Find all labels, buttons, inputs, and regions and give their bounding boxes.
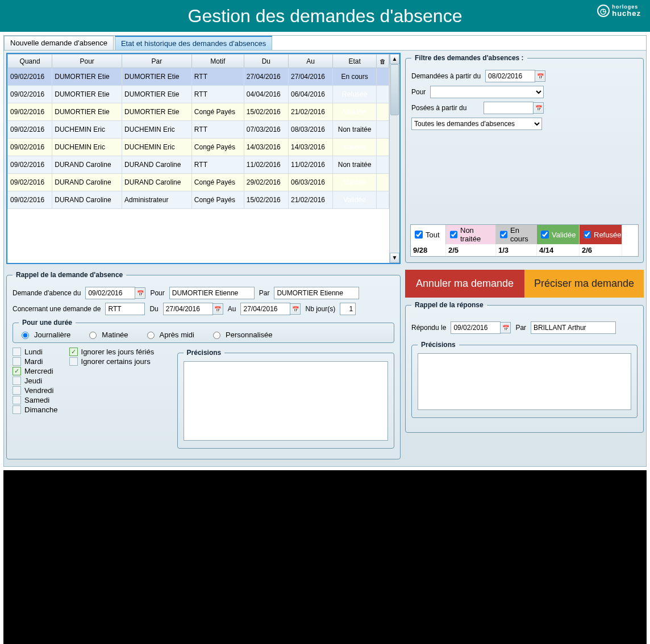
- status-checkbox[interactable]: [541, 231, 549, 239]
- scroll-up-button[interactable]: ▲: [390, 54, 399, 64]
- calendar-icon[interactable]: 📅: [501, 322, 511, 333]
- scroll-down-button[interactable]: ▼: [390, 253, 399, 263]
- posees-date-input[interactable]: [484, 102, 534, 114]
- table-scrollbar[interactable]: ▲ ▼: [389, 54, 399, 263]
- col-header[interactable]: Etat: [333, 55, 377, 68]
- col-header[interactable]: Au: [288, 55, 332, 68]
- status-filter-En cours[interactable]: En cours: [496, 225, 537, 244]
- checkbox-icon: [13, 405, 21, 414]
- cell-pour: DUMORTIER Etie: [52, 86, 122, 103]
- repondu-label: Répondu le: [411, 324, 446, 332]
- table-row[interactable]: 09/02/2016DURAND CarolineDURAND Caroline…: [8, 174, 389, 191]
- cell-trash: [377, 191, 389, 209]
- cell-du: 11/02/2016: [244, 156, 288, 174]
- requests-table-wrap: QuandPourParMotifDuAuEtat 09/02/2016DUMO…: [6, 53, 401, 264]
- du-input[interactable]: [163, 303, 213, 315]
- reponse-precisions-textarea[interactable]: [418, 353, 631, 410]
- rappel-pour-input[interactable]: [169, 287, 255, 299]
- col-header[interactable]: Par: [122, 55, 192, 68]
- cell-trash: [377, 68, 389, 86]
- calendar-icon[interactable]: 📅: [213, 303, 223, 315]
- days-column: LundiMardi✓MercrediJeudiVendrediSamediDi…: [13, 348, 58, 414]
- status-filter-Validée[interactable]: Validée: [537, 225, 580, 244]
- day-Vendredi[interactable]: Vendredi: [13, 386, 58, 395]
- status-checkbox[interactable]: [584, 231, 591, 239]
- status-count: 4/14: [537, 244, 580, 256]
- table-row[interactable]: 09/02/2016DUMORTIER EtieDUMORTIER EtieRT…: [8, 86, 389, 103]
- ignore-feries-checkbox[interactable]: ✓Ignorer les jours fériés: [69, 348, 166, 356]
- day-Mardi[interactable]: Mardi: [13, 357, 58, 366]
- cell-motif: RTT: [191, 68, 244, 86]
- table-row[interactable]: 09/02/2016DUCHEMIN EricDUCHEMIN EricRTT0…: [8, 121, 389, 139]
- duration-option-Journalière[interactable]: Journalière: [19, 330, 70, 339]
- cell-trash: [377, 174, 389, 191]
- cell-motif: Congé Payés: [191, 139, 244, 156]
- table-row[interactable]: 09/02/2016DURAND CarolineDURAND Caroline…: [8, 156, 389, 174]
- cell-au: 06/03/2016: [288, 174, 332, 191]
- day-Samedi[interactable]: Samedi: [13, 396, 58, 404]
- calendar-icon[interactable]: 📅: [290, 303, 301, 315]
- scroll-thumb[interactable]: [390, 64, 399, 115]
- status-checkbox[interactable]: [500, 231, 507, 239]
- ignore-certains-checkbox[interactable]: Ignorer certains jours: [69, 357, 166, 366]
- rappel-par-input[interactable]: [274, 287, 359, 299]
- reponse-precisions-group: Précisions: [411, 341, 638, 418]
- rappel-par-label: Par: [259, 289, 270, 297]
- scope-combo[interactable]: Toutes les demandes d'absences: [411, 118, 542, 130]
- brand-logo: ◷ horloges huchez: [597, 5, 641, 17]
- cell-etat: Validée: [333, 174, 377, 191]
- duration-option-Personnalisée[interactable]: Personnalisée: [210, 330, 272, 339]
- status-checkbox[interactable]: [415, 231, 423, 239]
- status-filter-Refusée[interactable]: Refusée: [580, 225, 622, 244]
- demandees-date-input[interactable]: [485, 70, 535, 82]
- status-filter-Tout[interactable]: Tout: [411, 225, 446, 244]
- calendar-icon[interactable]: 📅: [135, 287, 145, 299]
- calendar-icon[interactable]: 📅: [535, 70, 545, 82]
- status-checkbox[interactable]: [450, 231, 457, 239]
- cell-trash: [377, 156, 389, 174]
- concernant-input[interactable]: [105, 303, 145, 315]
- repondu-date-input[interactable]: [451, 321, 501, 334]
- cell-trash: [377, 139, 389, 156]
- cell-etat: Refusée: [333, 86, 377, 103]
- tab-0[interactable]: Nouvelle demande d'absence: [4, 36, 114, 50]
- cell-pour: DURAND Caroline: [52, 156, 122, 174]
- cell-etat: En cours: [333, 68, 377, 86]
- cell-du: 04/04/2016: [244, 86, 288, 103]
- day-Mercredi[interactable]: ✓Mercredi: [13, 367, 58, 375]
- au-input[interactable]: [240, 303, 290, 315]
- cell-du: 27/04/2016: [244, 68, 288, 86]
- cell-motif: RTT: [191, 156, 244, 174]
- tab-1[interactable]: Etat et historique des demandes d'absenc…: [115, 36, 272, 50]
- col-header[interactable]: Pour: [52, 55, 122, 68]
- cell-pour: DUCHEMIN Eric: [52, 121, 122, 139]
- precise-request-button[interactable]: Préciser ma demande: [524, 270, 644, 298]
- cell-au: 21/02/2016: [288, 103, 332, 121]
- calendar-icon[interactable]: 📅: [534, 102, 544, 114]
- table-row[interactable]: 09/02/2016DUMORTIER EtieDUMORTIER EtieRT…: [8, 68, 389, 86]
- status-filter-Non traitée[interactable]: Non traitée: [446, 225, 496, 244]
- table-row[interactable]: 09/02/2016DURAND CarolineAdministrateurC…: [8, 191, 389, 209]
- cell-etat: Validée: [333, 139, 377, 156]
- status-filter-grid: ToutNon traitéeEn coursValidéeRefusée9/2…: [410, 224, 639, 257]
- day-Lundi[interactable]: Lundi: [13, 348, 58, 356]
- col-header[interactable]: Quand: [8, 55, 52, 68]
- demande-date-input[interactable]: [85, 287, 135, 299]
- reponse-par-input[interactable]: [531, 321, 616, 334]
- nbj-input[interactable]: [340, 303, 356, 315]
- table-row[interactable]: 09/02/2016DUCHEMIN EricDUCHEMIN EricCong…: [8, 139, 389, 156]
- day-Jeudi[interactable]: Jeudi: [13, 377, 58, 385]
- cancel-request-button[interactable]: Annuler ma demande: [405, 270, 524, 298]
- cell-quand: 09/02/2016: [8, 139, 52, 156]
- duration-option-Après midi[interactable]: Après midi: [144, 330, 194, 339]
- col-header[interactable]: Motif: [191, 55, 244, 68]
- trash-header[interactable]: [377, 55, 389, 68]
- duration-option-Matinée[interactable]: Matinée: [86, 330, 128, 339]
- day-Dimanche[interactable]: Dimanche: [13, 405, 58, 414]
- cell-au: 21/02/2016: [288, 191, 332, 209]
- pour-combo[interactable]: [430, 86, 544, 98]
- table-row[interactable]: 09/02/2016DUMORTIER EtieDUMORTIER EtieCo…: [8, 103, 389, 121]
- col-header[interactable]: Du: [244, 55, 288, 68]
- precisions-textarea[interactable]: [184, 361, 388, 441]
- cell-par: DURAND Caroline: [122, 174, 192, 191]
